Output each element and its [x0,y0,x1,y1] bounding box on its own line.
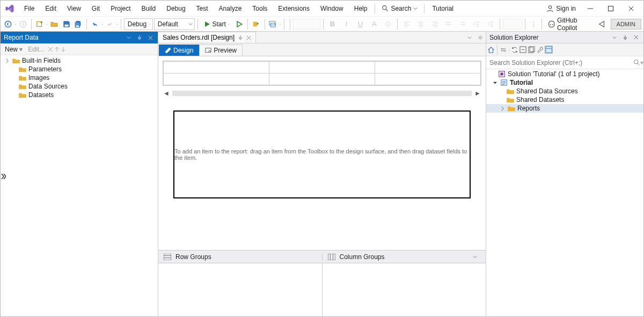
panel-dropdown-button[interactable] [125,33,133,42]
mode-tab-preview[interactable]: Preview [199,45,243,56]
solution-search-box[interactable]: ▾ [486,56,643,69]
panel-dropdown-button[interactable] [610,33,619,42]
svg-rect-23 [164,254,171,260]
svg-rect-38 [500,72,503,75]
toolbar-overflow-button[interactable] [528,18,539,30]
report-data-tree[interactable]: Built-in Fields Parameters Images Data S… [1,55,158,316]
menu-build[interactable]: Build [136,2,162,15]
search-label: Search [391,5,411,12]
document-tab-sales-orders[interactable]: Sales Orders.rdl [Design] [158,32,256,43]
project-tutorial[interactable]: Tutorial [486,78,643,87]
redo-button[interactable] [104,18,115,30]
window-maximize-button[interactable] [601,1,621,16]
menu-help[interactable]: Help [349,2,373,15]
save-all-button[interactable] [73,18,84,30]
folder-icon [508,105,515,112]
preview-selected-button[interactable] [545,46,553,54]
edit-button[interactable]: Edit... [26,45,47,54]
row-groups-pane[interactable] [158,263,322,316]
show-all-button[interactable] [528,46,535,54]
tree-item-parameters[interactable]: Parameters [1,65,158,73]
signin-button[interactable]: Sign in [542,3,580,14]
platform-dropdown[interactable]: Default [154,18,195,30]
config-dropdown[interactable]: Debug [124,18,153,30]
menu-window[interactable]: Window [315,2,349,15]
github-copilot-button[interactable]: GitHub Copilot [545,17,596,32]
font-color-button: A [368,18,380,30]
scroll-right-icon[interactable]: ► [474,90,481,97]
nav-forward-button[interactable] [18,18,28,30]
collapsed-tool-window-icon[interactable] [1,174,6,179]
new-project-button[interactable] [34,18,45,30]
move-down-button [61,47,66,52]
sync-button[interactable] [511,46,518,54]
quick-search[interactable]: Search [377,3,422,14]
pin-icon[interactable] [238,35,243,40]
scroll-left-icon[interactable]: ◄ [163,90,170,97]
tree-label: Built-in Fields [22,57,61,64]
menu-debug[interactable]: Debug [161,2,191,15]
save-button[interactable] [61,18,71,30]
tree-item-data-sources[interactable]: Data Sources [1,82,158,91]
window-close-button[interactable] [621,1,641,16]
column-groups-pane[interactable] [322,263,486,316]
open-file-button[interactable] [49,18,60,30]
svg-rect-21 [206,48,211,53]
menu-project[interactable]: Project [105,2,136,15]
menu-git[interactable]: Git [86,2,105,15]
panel-close-button[interactable] [146,33,155,42]
menu-file[interactable]: File [19,2,40,15]
collapse-all-button[interactable] [519,46,526,53]
window-minimize-button[interactable] [580,1,601,16]
groups-dropdown-button[interactable] [470,255,480,259]
panel-pin-button[interactable] [621,33,630,42]
switch-views-button[interactable] [500,46,507,54]
report-data-header: Report Data [1,32,158,43]
toolbar-extra2-button[interactable] [267,18,278,30]
tree-item-images[interactable]: Images [1,73,158,82]
menu-edit[interactable]: Edit [40,2,62,15]
solution-explorer-title: Solution Explorer [489,34,538,41]
toolbar-extra1-button[interactable] [251,18,261,30]
expander-icon[interactable] [492,80,498,85]
menu-tools[interactable]: Tools [247,2,273,15]
menu-test[interactable]: Test [191,2,214,15]
menu-extensions[interactable]: Extensions [273,2,315,15]
undo-button[interactable] [90,18,100,30]
tree-item-builtin-fields[interactable]: Built-in Fields [1,56,158,65]
properties-button[interactable] [536,46,544,54]
play-icon [204,21,210,27]
menu-view[interactable]: View [62,2,86,15]
tab-dropdown-button[interactable] [464,32,475,43]
outdent-button [470,18,483,30]
report-design-surface[interactable]: To add an item to the report: drag an it… [173,110,471,198]
solution-root[interactable]: Solution 'Tutorial' (1 of 1 project) [486,70,643,78]
mode-tab-design[interactable]: Design [159,45,199,56]
search-icon[interactable] [633,59,640,66]
horizontal-scrollbar[interactable]: ◄ ► [163,89,481,98]
solution-search-input[interactable] [486,59,633,67]
nav-back-button[interactable] [3,18,13,30]
solution-tree[interactable]: Solution 'Tutorial' (1 of 1 project) Tut… [486,69,643,316]
start-button[interactable]: Start · [201,18,233,30]
expander-icon[interactable] [499,106,506,111]
home-button[interactable] [487,46,495,54]
svg-point-20 [479,36,481,39]
tab-settings-button[interactable] [475,32,486,43]
tablix-header-grid[interactable] [158,56,486,86]
panel-close-button[interactable] [632,33,640,42]
folder-icon [12,57,20,64]
move-up-button [54,47,60,52]
close-icon[interactable] [246,35,251,40]
folder-shared-datasets[interactable]: Shared Datasets [486,95,643,104]
folder-reports[interactable]: Reports [486,104,643,113]
share-button[interactable] [596,18,607,30]
folder-shared-data-sources[interactable]: Shared Data Sources [486,87,643,95]
menu-analyze[interactable]: Analyze [214,2,247,15]
tree-item-datasets[interactable]: Datasets [1,91,158,99]
expander-icon[interactable] [4,58,10,63]
svg-point-19 [552,24,553,25]
new-dropdown[interactable]: New ▾ [3,45,25,54]
start-nodebug-button[interactable] [234,18,245,30]
panel-pin-button[interactable] [135,33,144,42]
